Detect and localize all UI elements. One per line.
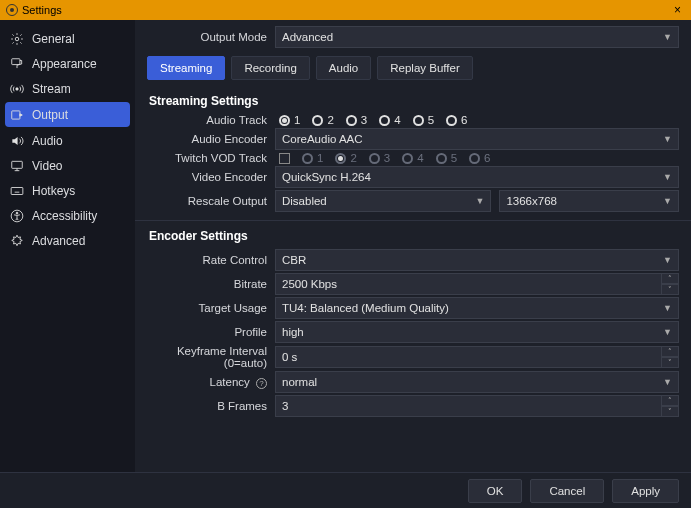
- radio-dot-icon: [279, 115, 290, 126]
- spin-up-icon[interactable]: ˄: [661, 395, 679, 406]
- sidebar-item-advanced[interactable]: Advanced: [0, 228, 135, 253]
- vodtrack-radio-2: 2: [335, 152, 356, 164]
- target-usage-select[interactable]: TU4: Balanced (Medium Quality) ▼: [275, 297, 679, 319]
- vodtrack-radio-1: 1: [302, 152, 323, 164]
- chevron-down-icon: ▼: [663, 377, 672, 387]
- sidebar-item-appearance[interactable]: Appearance: [0, 51, 135, 76]
- rescale-label: Rescale Output: [147, 195, 267, 207]
- keyframe-spinner[interactable]: 0 s ˄ ˅: [275, 346, 679, 368]
- spin-down-icon[interactable]: ˅: [661, 284, 679, 295]
- tab-replay-buffer[interactable]: Replay Buffer: [377, 56, 472, 80]
- spin-down-icon[interactable]: ˅: [661, 357, 679, 368]
- svg-rect-5: [11, 187, 23, 194]
- audiotrack-radio-4[interactable]: 4: [379, 114, 400, 126]
- keyboard-icon: [10, 184, 24, 198]
- sidebar-item-label: Stream: [32, 82, 71, 96]
- chevron-down-icon: ▼: [663, 32, 672, 42]
- twitch-vod-checkbox[interactable]: [279, 153, 290, 164]
- radio-dot-icon: [413, 115, 424, 126]
- apply-button[interactable]: Apply: [612, 479, 679, 503]
- rescale-select[interactable]: Disabled ▼: [275, 190, 491, 212]
- svg-point-2: [16, 87, 18, 89]
- audio-track-radios: 123456: [275, 114, 467, 126]
- divider: [135, 220, 691, 221]
- twitch-vod-label: Twitch VOD Track: [147, 152, 267, 164]
- video-encoder-select[interactable]: QuickSync H.264 ▼: [275, 166, 679, 188]
- sidebar-item-output[interactable]: Output: [5, 102, 130, 127]
- settings-scroll[interactable]: Streaming Settings Audio Track 123456 Au…: [135, 86, 691, 472]
- sidebar-item-label: Video: [32, 159, 62, 173]
- audio-encoder-select[interactable]: CoreAudio AAC ▼: [275, 128, 679, 150]
- radio-dot-icon: [302, 153, 313, 164]
- svg-rect-4: [12, 161, 23, 168]
- sidebar-item-audio[interactable]: Audio: [0, 128, 135, 153]
- audiotrack-radio-2[interactable]: 2: [312, 114, 333, 126]
- help-icon[interactable]: ?: [256, 378, 267, 389]
- tab-streaming[interactable]: Streaming: [147, 56, 225, 80]
- radio-dot-icon: [335, 153, 346, 164]
- tabs: StreamingRecordingAudioReplay Buffer: [135, 52, 691, 86]
- vodtrack-radio-6: 6: [469, 152, 490, 164]
- audiotrack-radio-5[interactable]: 5: [413, 114, 434, 126]
- bframes-spinner[interactable]: 3 ˄ ˅: [275, 395, 679, 417]
- sidebar-item-label: General: [32, 32, 75, 46]
- bitrate-spinner[interactable]: 2500 Kbps ˄ ˅: [275, 273, 679, 295]
- sidebar-item-video[interactable]: Video: [0, 153, 135, 178]
- tab-audio[interactable]: Audio: [316, 56, 371, 80]
- sidebar: GeneralAppearanceStreamOutputAudioVideoH…: [0, 20, 135, 472]
- sidebar-item-accessibility[interactable]: Accessibility: [0, 203, 135, 228]
- chevron-down-icon: ▼: [663, 172, 672, 182]
- audio-encoder-label: Audio Encoder: [147, 133, 267, 145]
- vodtrack-radio-5: 5: [436, 152, 457, 164]
- profile-select[interactable]: high ▼: [275, 321, 679, 343]
- broadcast-icon: [10, 82, 24, 96]
- bitrate-label: Bitrate: [147, 278, 267, 290]
- radio-dot-icon: [446, 115, 457, 126]
- svg-rect-1: [12, 58, 20, 64]
- radio-dot-icon: [369, 153, 380, 164]
- gear-icon: [10, 32, 24, 46]
- close-icon[interactable]: ×: [670, 3, 685, 17]
- radio-dot-icon: [312, 115, 323, 126]
- tab-recording[interactable]: Recording: [231, 56, 309, 80]
- audiotrack-radio-3[interactable]: 3: [346, 114, 367, 126]
- sidebar-item-stream[interactable]: Stream: [0, 76, 135, 101]
- rate-control-label: Rate Control: [147, 254, 267, 266]
- rescale-size-select[interactable]: 1366x768 ▼: [499, 190, 679, 212]
- rate-control-select[interactable]: CBR ▼: [275, 249, 679, 271]
- chevron-down-icon: ▼: [663, 255, 672, 265]
- footer: OK Cancel Apply: [0, 472, 691, 508]
- ok-button[interactable]: OK: [468, 479, 523, 503]
- chevron-down-icon: ▼: [663, 134, 672, 144]
- spin-up-icon[interactable]: ˄: [661, 273, 679, 284]
- radio-dot-icon: [402, 153, 413, 164]
- video-encoder-label: Video Encoder: [147, 171, 267, 183]
- svg-point-7: [16, 212, 18, 214]
- keyframe-label: Keyframe Interval (0=auto): [147, 345, 267, 369]
- svg-point-0: [15, 37, 19, 41]
- output-mode-select[interactable]: Advanced ▼: [275, 26, 679, 48]
- output-icon: [10, 108, 24, 122]
- cancel-button[interactable]: Cancel: [530, 479, 604, 503]
- bframes-label: B Frames: [147, 400, 267, 412]
- audiotrack-radio-1[interactable]: 1: [279, 114, 300, 126]
- chevron-down-icon: ▼: [663, 303, 672, 313]
- accessibility-icon: [10, 209, 24, 223]
- radio-dot-icon: [436, 153, 447, 164]
- chevron-down-icon: ▼: [663, 327, 672, 337]
- titlebar: Settings ×: [0, 0, 691, 20]
- chevron-down-icon: ▼: [475, 196, 484, 206]
- window-title: Settings: [22, 4, 62, 16]
- monitor-icon: [10, 159, 24, 173]
- sidebar-item-hotkeys[interactable]: Hotkeys: [0, 178, 135, 203]
- latency-select[interactable]: normal ▼: [275, 371, 679, 393]
- spin-up-icon[interactable]: ˄: [661, 346, 679, 357]
- encoder-settings-title: Encoder Settings: [149, 229, 679, 243]
- radio-dot-icon: [346, 115, 357, 126]
- audiotrack-radio-6[interactable]: 6: [446, 114, 467, 126]
- vodtrack-radio-4: 4: [402, 152, 423, 164]
- spin-down-icon[interactable]: ˅: [661, 406, 679, 417]
- sidebar-item-general[interactable]: General: [0, 26, 135, 51]
- sidebar-item-label: Advanced: [32, 234, 85, 248]
- target-usage-label: Target Usage: [147, 302, 267, 314]
